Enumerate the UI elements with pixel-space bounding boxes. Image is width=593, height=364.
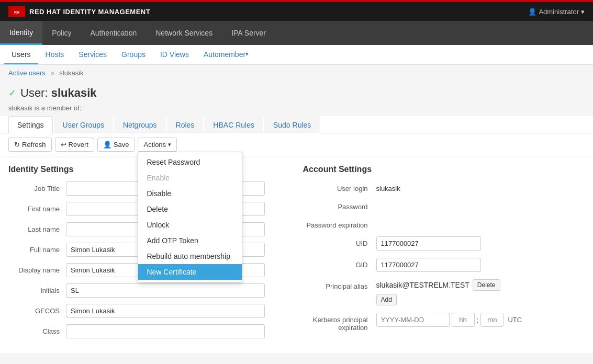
page-title-row: ✓ User: slukasik xyxy=(0,81,593,103)
label-kerberos: Kerberos principal expiration xyxy=(303,313,376,332)
account-section-title: Account Settings xyxy=(303,165,585,174)
input-initials[interactable] xyxy=(66,283,265,298)
kerberos-utc-label: UTC xyxy=(508,316,522,324)
delete-alias-button[interactable]: Delete xyxy=(473,279,500,291)
nav-identity[interactable]: Identity xyxy=(0,21,42,45)
tabs-row: Settings User Groups Netgroups Roles HBA… xyxy=(0,116,593,133)
value-password xyxy=(376,200,585,203)
nav-network-services[interactable]: Network Services xyxy=(146,21,222,45)
refresh-icon: ↻ xyxy=(14,141,20,149)
kerberos-mn-input[interactable] xyxy=(480,313,504,327)
account-password-expiration: Password expiration xyxy=(303,218,585,229)
sub-nav: Users Hosts Services Groups ID Views Aut… xyxy=(0,45,593,65)
tab-roles[interactable]: Roles xyxy=(167,116,204,133)
account-gid: GID xyxy=(303,258,585,272)
actions-menu: Reset Password Enable Disable Delete Unl… xyxy=(138,152,242,282)
subnav-users[interactable]: Users xyxy=(4,45,38,64)
kerberos-colon: : xyxy=(477,316,479,324)
app-title: RED HAT IDENTITY MANAGEMENT xyxy=(29,8,150,16)
revert-icon: ↩ xyxy=(61,141,66,149)
save-button[interactable]: 👤 Save xyxy=(97,138,135,152)
nav-authentication[interactable]: Authentication xyxy=(81,21,147,45)
label-full-name: Full name xyxy=(8,246,66,254)
account-user-login: User login slukasik xyxy=(303,181,585,192)
add-alias-button[interactable]: Add xyxy=(376,294,397,305)
input-uid[interactable] xyxy=(376,236,481,251)
label-last-name: Last name xyxy=(8,225,66,233)
label-uid: UID xyxy=(303,236,376,247)
main-nav: Identity Policy Authentication Network S… xyxy=(0,21,593,45)
subnav-hosts[interactable]: Hosts xyxy=(38,45,72,64)
actions-dropdown: Actions Reset Password Enable Disable De… xyxy=(138,138,177,152)
label-password-expiration: Password expiration xyxy=(303,218,376,229)
value-password-expiration xyxy=(376,218,585,221)
breadcrumb-sep: » xyxy=(50,69,54,77)
nav-policy[interactable]: Policy xyxy=(42,21,81,45)
actions-button[interactable]: Actions xyxy=(138,138,177,152)
subnav-services[interactable]: Services xyxy=(71,45,114,64)
tab-settings[interactable]: Settings xyxy=(8,116,53,133)
revert-button[interactable]: ↩ Revert xyxy=(55,138,94,152)
label-class: Class xyxy=(8,327,66,335)
account-settings-section: Account Settings User login slukasik Pas… xyxy=(303,165,585,345)
page-title: User: slukasik xyxy=(20,86,97,100)
label-gid: GID xyxy=(303,258,376,269)
account-principal-alias: Principal alias slukasik@TESTRELM.TEST D… xyxy=(303,279,585,305)
label-password: Password xyxy=(303,200,376,211)
value-user-login: slukasik xyxy=(376,181,585,192)
input-gecos[interactable] xyxy=(66,304,265,318)
tab-netgroups[interactable]: Netgroups xyxy=(114,116,166,133)
field-gecos: GECOS xyxy=(8,304,290,318)
action-rebuild-membership[interactable]: Rebuild auto membership xyxy=(138,248,242,264)
breadcrumb: Active users » slukasik xyxy=(0,65,593,81)
content-area: Identity Settings Job Title First name L… xyxy=(0,156,593,353)
tab-hbac-rules[interactable]: HBAC Rules xyxy=(204,116,263,133)
action-disable[interactable]: Disable xyxy=(138,186,242,201)
tab-user-groups[interactable]: User Groups xyxy=(54,116,113,133)
subnav-id-views[interactable]: ID Views xyxy=(153,45,196,64)
user-icon: 👤 xyxy=(528,8,536,16)
account-uid: UID xyxy=(303,236,585,251)
alias-text: slukasik@TESTRELM.TEST xyxy=(376,281,469,289)
input-class[interactable] xyxy=(66,324,265,338)
field-initials: Initials xyxy=(8,283,290,298)
principal-alias-value: slukasik@TESTRELM.TEST Delete Add xyxy=(376,279,500,305)
action-unlock[interactable]: Unlock xyxy=(138,217,242,233)
member-label: slukasik is a member of: xyxy=(0,103,593,116)
account-kerberos: Kerberos principal expiration : UTC xyxy=(303,313,585,332)
subnav-automember[interactable]: Automember xyxy=(196,45,256,64)
user-status-icon: ✓ xyxy=(8,87,16,99)
redhat-logo: RH xyxy=(8,6,25,17)
account-password: Password xyxy=(303,200,585,211)
label-job-title: Job Title xyxy=(8,185,66,192)
label-display-name: Display name xyxy=(8,266,66,274)
tab-sudo-rules[interactable]: Sudo Rules xyxy=(264,116,320,133)
label-user-login: User login xyxy=(303,181,376,192)
kerberos-hh-input[interactable] xyxy=(452,313,475,327)
nav-ipa-server[interactable]: IPA Server xyxy=(222,21,275,45)
subnav-groups[interactable]: Groups xyxy=(114,45,153,64)
label-principal-alias: Principal alias xyxy=(303,279,376,290)
action-enable: Enable xyxy=(138,170,242,186)
input-gid[interactable] xyxy=(376,258,481,272)
brand: RH RED HAT IDENTITY MANAGEMENT xyxy=(8,6,150,17)
action-reset-password[interactable]: Reset Password xyxy=(138,154,242,170)
kerberos-date-input[interactable] xyxy=(376,313,450,327)
field-class: Class xyxy=(8,324,290,338)
action-add-otp[interactable]: Add OTP Token xyxy=(138,233,242,248)
label-first-name: First name xyxy=(8,205,66,213)
save-icon: 👤 xyxy=(103,141,111,149)
kerberos-date-row: : UTC xyxy=(376,313,522,327)
action-new-certificate[interactable]: New Certificate xyxy=(138,264,242,280)
svg-text:RH: RH xyxy=(14,10,19,14)
user-menu[interactable]: 👤 Administrator ▾ xyxy=(528,8,585,16)
breadcrumb-parent[interactable]: Active users xyxy=(8,69,46,77)
toolbar: ↻ Refresh ↩ Revert 👤 Save Actions Reset … xyxy=(0,133,593,156)
breadcrumb-current: slukasik xyxy=(59,69,83,77)
label-initials: Initials xyxy=(8,287,66,294)
action-delete[interactable]: Delete xyxy=(138,201,242,217)
top-bar: RH RED HAT IDENTITY MANAGEMENT 👤 Adminis… xyxy=(0,2,593,21)
refresh-button[interactable]: ↻ Refresh xyxy=(8,138,52,152)
label-gecos: GECOS xyxy=(8,307,66,315)
